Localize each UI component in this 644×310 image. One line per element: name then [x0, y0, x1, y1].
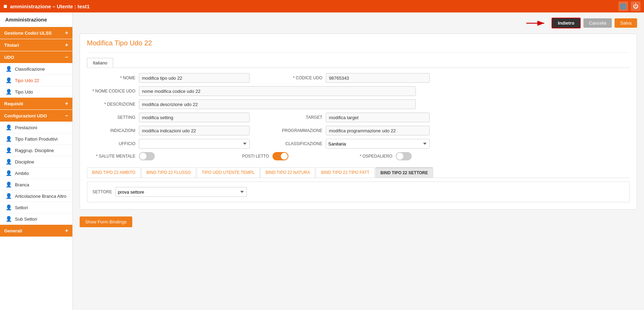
sidebar-section-gestione[interactable]: Gestione Codici ULSS +: [0, 27, 72, 39]
ospedaliero-label: * OSPEDALIERO: [344, 154, 392, 159]
sidebar-item-classificazione[interactable]: 👤 Classificazione: [0, 63, 72, 75]
nome-codice-udo-input[interactable]: [139, 86, 416, 96]
sidebar-title: Amministrazione: [0, 12, 72, 27]
sidebar-section-generali-icon: +: [65, 228, 68, 234]
nome-input[interactable]: [139, 73, 250, 83]
sidebar-item-sub-settori-label: Sub Settori: [15, 216, 37, 222]
sidebar-section-config-udo[interactable]: Configurazioni UDO –: [0, 110, 72, 122]
classificazione-select[interactable]: Sanitaria: [326, 139, 430, 149]
target-input[interactable]: [326, 113, 430, 122]
sidebar-item-raggrup-discipline[interactable]: 👤 Raggrup. Discipline: [0, 145, 72, 156]
salute-mentale-toggle[interactable]: [139, 152, 155, 160]
sidebar-item-tipo-udo[interactable]: 👤 Tipo Udo: [0, 86, 72, 98]
sidebar-section-udo-label: UDO: [4, 55, 14, 60]
bind-content: SETTORE prova settore: [87, 181, 630, 202]
indietro-button[interactable]: Indietro: [552, 18, 581, 28]
show-bindings-button[interactable]: Show Form Bindings: [80, 216, 132, 227]
nome-codice-udo-label: * NOME CODICE UDO: [87, 89, 135, 94]
sidebar-section-gestione-label: Gestione Codici ULSS: [4, 30, 52, 36]
salute-mentale-toggle-wrap[interactable]: [139, 152, 155, 160]
setting-label: SETTING: [87, 115, 135, 120]
bind-tab-utente-templ[interactable]: TIPO UDO UTENTE TEMPL: [197, 167, 260, 178]
posti-letto-label: POSTI LETTO: [227, 154, 269, 159]
form-row-ufficio: UFFICIO CLASSIFICAZIONE Sanitaria: [87, 139, 630, 149]
bind-tab-ambito[interactable]: BIND TIPO 22 AMBITO: [87, 167, 141, 178]
ospedaliero-toggle[interactable]: [396, 152, 412, 160]
sidebar-item-discipline-label: Discipline: [15, 159, 34, 165]
sidebar-item-discipline[interactable]: 👤 Discipline: [0, 156, 72, 168]
sidebar-item-prestazioni[interactable]: 👤 Prestazioni: [0, 122, 72, 133]
salva-button[interactable]: Salva: [615, 18, 637, 28]
header-actions: 🌐 ⏻: [618, 1, 641, 11]
sidebar-section-titolari-label: Titolari: [4, 43, 19, 48]
sidebar-section-requisiti-label: Requisiti: [4, 101, 23, 106]
sidebar-section-udo[interactable]: UDO –: [0, 51, 72, 63]
arrow-indicator: [526, 20, 547, 27]
sidebar-section-config-udo-icon: –: [65, 113, 68, 119]
descrizione-input[interactable]: [139, 99, 416, 109]
sidebar-item-tipo-udo-label: Tipo Udo: [15, 89, 33, 95]
user-icon-articolazione: 👤: [6, 193, 12, 199]
target-label: TARGET: [281, 115, 322, 120]
sidebar-item-ambito[interactable]: 👤 Ambito: [0, 168, 72, 179]
app-title-bar: ■ amministrazione – Utente : test1: [3, 3, 90, 10]
app-title: amministrazione – Utente : test1: [10, 3, 90, 9]
sidebar-item-tipo-fattori-label: Tipo Fattori Produttivi: [15, 136, 57, 142]
user-icon-tipo-fattori: 👤: [6, 136, 12, 142]
ufficio-select[interactable]: [139, 139, 250, 149]
sidebar-section-titolari[interactable]: Titolari +: [0, 39, 72, 51]
ospedaliero-toggle-wrap[interactable]: [396, 152, 412, 160]
tab-bar: Italiano: [87, 58, 630, 68]
user-icon-raggrup-discipline: 👤: [6, 147, 12, 153]
user-icon-classificazione: 👤: [6, 66, 12, 72]
sidebar-section-requisiti[interactable]: Requisiti +: [0, 98, 72, 109]
posti-letto-slider: [272, 152, 288, 160]
bind-tab-natura[interactable]: BIND TIPO 22 NATURA: [260, 167, 315, 178]
indicazioni-input[interactable]: [139, 126, 250, 135]
sidebar-item-prestazioni-label: Prestazioni: [15, 125, 37, 130]
form-card: Modifica Tipo Udo 22 Italiano * NOME * C…: [80, 34, 637, 210]
sidebar-item-tipo-udo-22[interactable]: 👤 Tipo Udo 22: [0, 75, 72, 86]
bind-tab-settore[interactable]: BIND TIPO 22 SETTORE: [375, 167, 433, 178]
ufficio-label: UFFICIO: [87, 141, 135, 146]
action-bar: Indietro Cancella Salva: [80, 18, 637, 28]
posti-letto-toggle[interactable]: [272, 152, 288, 160]
sidebar-section-generali[interactable]: Generali +: [0, 225, 72, 237]
arrow-svg: [526, 20, 547, 27]
sidebar-section-requisiti-icon: +: [65, 100, 68, 107]
sidebar-item-settori-label: Settori: [15, 205, 28, 210]
tab-italiano[interactable]: Italiano: [87, 58, 113, 68]
salute-mentale-slider: [139, 152, 155, 160]
codice-udo-input[interactable]: [326, 73, 430, 83]
sidebar-item-articolazione[interactable]: 👤 Articolazione Branca Altro: [0, 191, 72, 202]
globe-icon-button[interactable]: 🌐: [618, 1, 628, 11]
indicazioni-label: INDICAZIONI: [87, 128, 135, 133]
user-icon-tipo-udo: 👤: [6, 89, 12, 95]
codice-udo-label: * CODICE UDO: [281, 76, 322, 80]
app-logo-icon: ■: [3, 3, 7, 10]
sidebar-item-tipo-fattori[interactable]: 👤 Tipo Fattori Produttivi: [0, 133, 72, 145]
top-header: ■ amministrazione – Utente : test1 🌐 ⏻: [0, 0, 644, 12]
form-row-nome: * NOME * CODICE UDO: [87, 73, 630, 83]
form-row-nome-codice: * NOME CODICE UDO: [87, 86, 630, 96]
classificazione-label: CLASSIFICAZIONE: [281, 141, 322, 146]
bind-tab-tipo-fatt[interactable]: BIND TIPO 22 TIPO FATT: [316, 167, 374, 178]
cancella-button[interactable]: Cancella: [583, 18, 612, 28]
setting-input[interactable]: [139, 113, 250, 122]
sidebar-section-config-udo-label: Configurazioni UDO: [4, 113, 47, 118]
ospedaliero-slider: [396, 152, 412, 160]
main-layout: Amministrazione Gestione Codici ULSS + T…: [0, 12, 644, 310]
posti-letto-toggle-wrap[interactable]: [272, 152, 288, 160]
sidebar-item-branca[interactable]: 👤 Branca: [0, 179, 72, 191]
programmazione-input[interactable]: [326, 126, 430, 135]
sidebar-item-settori[interactable]: 👤 Settori: [0, 202, 72, 213]
power-icon-button[interactable]: ⏻: [631, 1, 641, 11]
bind-tab-flusso[interactable]: BIND TIPO 22 FLUSSO: [141, 167, 196, 178]
user-icon-ambito: 👤: [6, 170, 12, 176]
page-title: Modifica Tipo Udo 22: [87, 39, 630, 47]
sidebar-item-ambito-label: Ambito: [15, 171, 29, 176]
sidebar-item-sub-settori[interactable]: 👤 Sub Settori: [0, 213, 72, 225]
user-icon-prestazioni: 👤: [6, 124, 12, 131]
settore-select[interactable]: prova settore: [115, 187, 247, 197]
sidebar-item-classificazione-label: Classificazione: [15, 67, 45, 72]
